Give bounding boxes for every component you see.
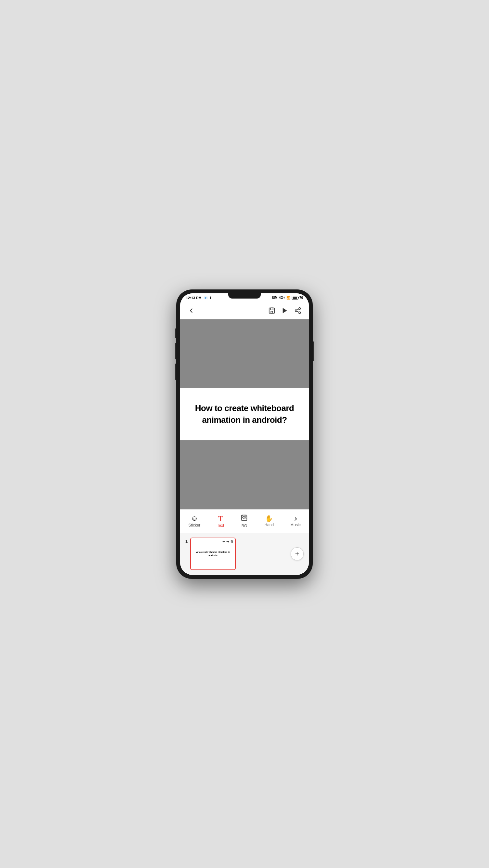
bg-icon (240, 514, 248, 523)
hand-label: Hand (264, 523, 274, 527)
thumb-move-icon[interactable]: ⬅ (222, 539, 225, 544)
svg-line-8 (297, 309, 299, 310)
slide-number: 1 (185, 539, 188, 544)
svg-rect-1 (270, 308, 273, 310)
thumb-delete-icon[interactable]: 🗑 (230, 539, 234, 544)
bg-label: BG (241, 524, 247, 528)
gray-bottom (180, 440, 309, 509)
svg-marker-3 (283, 308, 287, 313)
sticker-icon: ☺ (191, 515, 198, 522)
add-slide-button[interactable]: + (291, 547, 304, 560)
thumb-text: w to create whitebo nimation in androi c (193, 551, 233, 556)
share-button[interactable] (292, 305, 304, 316)
tool-hand[interactable]: ✋ Hand (261, 513, 277, 529)
tool-text[interactable]: T Text (214, 513, 227, 530)
thumb-icons: ⬅ ➡ 🗑 (222, 539, 234, 544)
play-button[interactable] (279, 305, 291, 316)
music-label: Music (290, 523, 300, 527)
hand-icon: ✋ (265, 515, 273, 522)
time-display: 12:13 PM (186, 296, 202, 300)
signal-icon: 4G+ (279, 296, 285, 300)
slide-thumbnail[interactable]: ⬅ ➡ 🗑 w to create whitebo nimation in an… (190, 537, 236, 570)
tool-music[interactable]: ♪ Music (287, 513, 304, 529)
back-button[interactable] (185, 305, 197, 316)
sim-icon: SIM (272, 296, 278, 300)
svg-rect-2 (271, 311, 273, 313)
music-icon: ♪ (294, 515, 297, 522)
gray-top (180, 319, 309, 388)
text-icon: T (218, 515, 223, 522)
battery-icon (292, 296, 298, 300)
text-label: Text (217, 523, 224, 528)
slide-panel: 1 ⬅ ➡ 🗑 w to create whitebo nimation in … (180, 533, 309, 575)
save-button[interactable] (266, 305, 278, 316)
svg-rect-0 (269, 308, 275, 313)
slide-content[interactable]: How to create whiteboard animation in an… (180, 388, 309, 440)
notification-icon: 📧 (203, 296, 207, 300)
svg-line-7 (297, 311, 299, 312)
battery-percent: 70 (299, 296, 303, 300)
sticker-label: Sticker (189, 523, 201, 527)
bottom-toolbar: ☺ Sticker T Text BG ✋ Hand (180, 509, 309, 533)
wifi-icon: 📶 (287, 296, 290, 300)
slide-main-text: How to create whiteboard animation in an… (187, 403, 302, 425)
canvas-area: How to create whiteboard animation in an… (180, 319, 309, 509)
upload-icon: ⬆ (209, 296, 212, 300)
tool-bg[interactable]: BG (237, 512, 251, 530)
thumb-move-right-icon[interactable]: ➡ (226, 539, 229, 544)
tool-sticker[interactable]: ☺ Sticker (185, 513, 204, 529)
app-toolbar (180, 303, 309, 319)
slide-thumb-container: 1 ⬅ ➡ 🗑 w to create whitebo nimation in … (185, 537, 236, 570)
